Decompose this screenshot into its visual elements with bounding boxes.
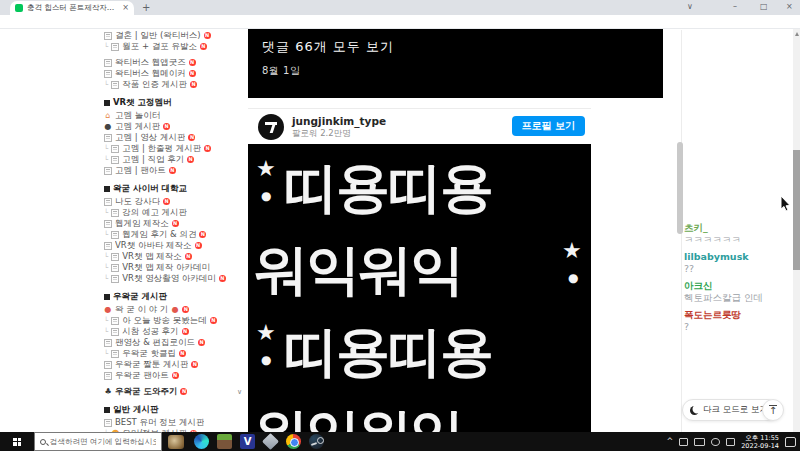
profile-view-button[interactable]: 프로필 보기	[512, 116, 585, 136]
sidebar-item[interactable]: 나도 강사다N	[104, 196, 246, 207]
office-icon[interactable]	[262, 433, 279, 450]
scroll-top-icon: ↑	[769, 405, 777, 416]
sidebar-item[interactable]: 우왁굳 짤툰 게시판N	[104, 359, 246, 370]
new-post-badge: N	[179, 350, 186, 357]
section-bullet-icon	[104, 294, 110, 300]
new-post-badge: N	[180, 388, 187, 395]
board-icon	[111, 350, 119, 358]
start-button[interactable]	[0, 432, 34, 451]
board-icon	[111, 275, 119, 283]
tree-elbow-icon: └	[104, 43, 108, 51]
sidebar-item-label: 우왁굳 도와주기	[115, 386, 177, 398]
browser-tab[interactable]: 충격 힙스터 폰트제작자의 확장 ×	[10, 1, 134, 15]
notification-center-icon[interactable]	[785, 437, 796, 447]
tree-elbow-icon: └	[104, 209, 108, 217]
window-close-button[interactable]: ×	[786, 2, 793, 11]
embed-username[interactable]: jungjinkim_type	[292, 115, 386, 127]
star-decoration: ★	[256, 158, 276, 180]
sidebar-item[interactable]: └VR챗 영상촬영 아카데미N	[104, 273, 246, 284]
sidebar-item[interactable]: └고멤 | 직업 후기N	[104, 154, 246, 165]
tree-elbow-icon: └	[104, 264, 108, 272]
sidebar-item[interactable]: 왁티버스 웹앱굿즈N	[104, 57, 246, 68]
board-icon	[111, 145, 119, 153]
sidebar-item[interactable]: └강의 예고 게시판	[104, 207, 246, 218]
sidebar-item[interactable]: 팬영상 & 편집로이드N	[104, 337, 246, 348]
sidebar-item[interactable]: ●왁 굳 이 야 기●N	[104, 304, 246, 315]
chat-username: 아크신	[684, 280, 790, 292]
sidebar-item[interactable]: 고멤 | 팬아트N	[104, 165, 246, 176]
sidebar-item[interactable]: 우왁굳 팬아트N	[104, 370, 246, 381]
new-post-badge: N	[195, 242, 202, 249]
chat-username: lilbabymusk	[684, 251, 790, 263]
chat-username: 츠키_	[684, 222, 790, 234]
new-post-badge: N	[163, 198, 170, 205]
sidebar-section-header: 일반 게시판	[104, 402, 246, 417]
new-post-badge: N	[182, 328, 189, 335]
sidebar-item[interactable]: └작품 인증 게시판N	[104, 79, 246, 90]
sidebar-item[interactable]: ⌂고멤 놀이터	[104, 110, 246, 121]
sidebar-item[interactable]: └고멤 | 한줄평 게시판N	[104, 143, 246, 154]
tree-elbow-icon: └	[104, 328, 108, 336]
view-all-comments-link[interactable]: 댓글 66개 모두 보기	[262, 38, 394, 56]
sidebar-item[interactable]: └VR챗 맵 제작소N	[104, 251, 246, 262]
section-bullet-icon	[104, 100, 110, 106]
chat-text: 헥토파스칼급 인데	[684, 292, 790, 303]
tab-search-icon[interactable]: ∨	[687, 2, 693, 11]
sidebar-item[interactable]: 왁티버스 웹메이커N	[104, 68, 246, 79]
embed-avatar[interactable]	[258, 114, 284, 140]
animal-picture-icon[interactable]	[168, 435, 184, 449]
fire-icon: ●	[171, 306, 179, 314]
minecraft-icon[interactable]	[217, 434, 232, 449]
board-icon	[104, 339, 112, 347]
sidebar-item[interactable]: 웹게임 제작소N	[104, 218, 246, 229]
sidebar-item[interactable]: └아 오늘 방송 못봤는데N	[104, 315, 246, 326]
steam-icon[interactable]	[309, 434, 324, 449]
sidebar-item[interactable]: └VR챗 맵 제작 아카데미	[104, 262, 246, 273]
chrome-icon[interactable]	[286, 434, 301, 449]
sidebar-item-label: 고멤 | 팬아트	[115, 165, 166, 177]
new-post-badge: N	[204, 145, 211, 152]
tree-elbow-icon: └	[104, 81, 108, 89]
page-scrollbar-thumb[interactable]	[793, 150, 800, 270]
edge-icon[interactable]	[194, 434, 209, 449]
tray-keyboard-icon[interactable]	[694, 438, 705, 446]
sidebar-item[interactable]: └시참 성공 후기N	[104, 326, 246, 337]
sidebar-item[interactable]: 고멤 | 영상 게시판N	[104, 132, 246, 143]
new-post-badge: N	[163, 123, 170, 130]
taskbar-search-box[interactable]: 검색하려면 여기에 입력하십시오	[34, 432, 162, 451]
sidebar-item[interactable]: VR챗 아바타 제작소N	[104, 240, 246, 251]
sidebar-item[interactable]: ♣우왁굳 도와주기N∨	[104, 386, 246, 397]
browser-toolbar: ← → ↻ cafe.naver.com/steamindiegame/7259…	[0, 15, 800, 29]
cafe-sidebar-menu: 결혼 | 일반 (왁티버스)N└월포 + 결포 유발소N왁티버스 웹앱굿즈N왁티…	[104, 30, 246, 432]
sidebar-item[interactable]: 결혼 | 일반 (왁티버스)N	[104, 30, 246, 41]
chevron-down-icon[interactable]: ∨	[237, 388, 242, 396]
sidebar-item-label: 우왁굳 팬아트	[115, 370, 169, 382]
new-post-badge: N	[210, 317, 217, 324]
taskbar-clock[interactable]: 오후 11:55 2022-09-14	[741, 434, 779, 450]
sidebar-item[interactable]: BEST 유머 정보 게시판	[104, 417, 246, 428]
window-maximize-button[interactable]: □	[760, 2, 768, 11]
inner-scrollbar-thumb[interactable]	[677, 142, 683, 234]
section-bullet-icon	[104, 186, 110, 192]
tray-settings-icon[interactable]	[711, 438, 720, 446]
naver-cafe-favicon	[15, 4, 23, 12]
scrollbar-up-arrow[interactable]	[795, 32, 799, 36]
v-app-icon[interactable]: V	[240, 434, 255, 449]
tree-elbow-icon: └	[104, 253, 108, 261]
sidebar-item[interactable]: ●고멤 게시판N	[104, 121, 246, 132]
section-header-label: 왁굳 사이버 대학교	[113, 183, 187, 195]
tray-device-icon[interactable]	[679, 438, 688, 446]
windows-logo-icon	[13, 438, 21, 446]
new-post-badge: N	[172, 372, 179, 379]
board-icon	[104, 198, 112, 206]
new-tab-button[interactable]: +	[142, 2, 150, 13]
tray-expand-icon[interactable]: ^	[667, 438, 674, 446]
sidebar-item[interactable]: └월포 + 결포 유발소N	[104, 41, 246, 52]
sidebar-item[interactable]: └웹게임 후기 & 의견N	[104, 229, 246, 240]
scroll-to-top-button[interactable]: ↑	[762, 399, 784, 421]
tray-app-icon[interactable]	[726, 438, 735, 446]
sidebar-item[interactable]: └우왁굳 핫클립N	[104, 348, 246, 359]
tab-close-icon[interactable]: ×	[122, 4, 129, 12]
window-minimize-button[interactable]: –	[733, 2, 737, 11]
typography-image[interactable]: ★ ● 띠용띠용 워익워익 ★ ● ★ ● 띠용띠용 워익워익	[248, 144, 591, 432]
